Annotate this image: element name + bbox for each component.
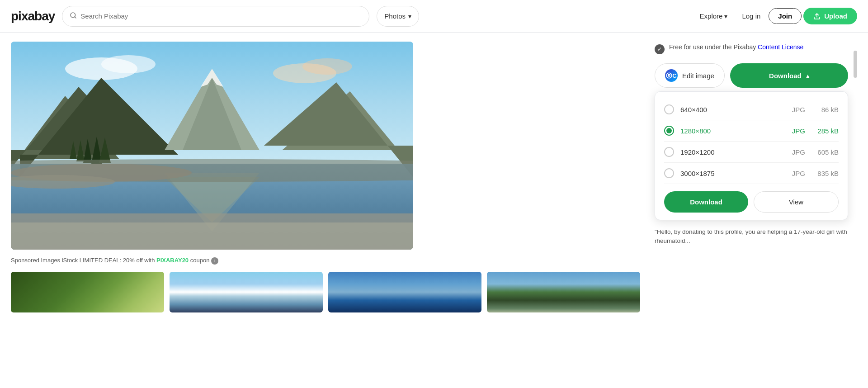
scrollbar-thumb[interactable] bbox=[854, 51, 857, 78]
logo: pixabay bbox=[11, 9, 55, 24]
action-row: C C Edit image Download bbox=[655, 63, 848, 88]
thumbnail-row bbox=[11, 272, 640, 312]
size-label-1920: 1920×1200 bbox=[680, 148, 781, 156]
radio-1920[interactable] bbox=[664, 147, 674, 157]
radio-1280[interactable] bbox=[664, 126, 674, 136]
main-image bbox=[11, 42, 413, 250]
info-icon[interactable]: i bbox=[211, 257, 218, 265]
svg-text:C: C bbox=[668, 74, 670, 77]
edit-button-label: Edit image bbox=[682, 72, 714, 80]
scrollbar-track[interactable] bbox=[854, 42, 857, 246]
upload-icon bbox=[813, 13, 821, 20]
search-icon bbox=[70, 12, 77, 21]
thumbnail-1[interactable] bbox=[11, 272, 164, 312]
svg-rect-26 bbox=[11, 222, 413, 250]
view-button[interactable]: View bbox=[754, 191, 839, 213]
size-label-1280: 1280×800 bbox=[680, 127, 781, 135]
chevron-down-icon bbox=[408, 12, 411, 20]
license-text: Free for use under the Pixabay Content L… bbox=[669, 43, 803, 51]
thumbnail-4[interactable] bbox=[487, 272, 640, 312]
size-option-4[interactable]: 3000×1875 JPG 835 kB bbox=[664, 163, 839, 184]
search-bar bbox=[62, 6, 369, 27]
main-content: Sponsored Images iStock LIMITED DEAL: 20… bbox=[0, 33, 859, 312]
right-panel-inner: ✓ Free for use under the Pixabay Content… bbox=[655, 42, 848, 246]
size-kb-1920: 605 kB bbox=[811, 148, 839, 156]
chevron-down-icon bbox=[724, 12, 727, 20]
thumbnail-2[interactable] bbox=[170, 272, 323, 312]
explore-link[interactable]: Explore bbox=[693, 9, 734, 24]
search-input[interactable] bbox=[80, 12, 362, 20]
download-main-button[interactable]: Download bbox=[730, 63, 848, 88]
size-format-3000: JPG bbox=[787, 170, 805, 177]
size-label-3000: 3000×1875 bbox=[680, 170, 781, 177]
size-format-640: JPG bbox=[787, 106, 805, 114]
license-bar: ✓ Free for use under the Pixabay Content… bbox=[655, 42, 848, 54]
nav-links: Explore Log in Join Upload bbox=[693, 8, 857, 24]
profile-note: "Hello, by donating to this profile, you… bbox=[655, 227, 848, 246]
svg-point-5 bbox=[101, 55, 156, 73]
size-option-2[interactable]: 1280×800 JPG 285 kB bbox=[664, 120, 839, 142]
edit-image-button[interactable]: C C Edit image bbox=[655, 63, 725, 88]
photos-dropdown[interactable]: Photos bbox=[377, 6, 419, 27]
login-link[interactable]: Log in bbox=[736, 9, 767, 24]
radio-640[interactable] bbox=[664, 104, 674, 114]
size-option-3[interactable]: 1920×1200 JPG 605 kB bbox=[664, 142, 839, 163]
right-panel: ✓ Free for use under the Pixabay Content… bbox=[640, 42, 848, 312]
download-button-label: Download bbox=[769, 72, 802, 80]
radio-3000[interactable] bbox=[664, 168, 674, 178]
size-kb-640: 86 kB bbox=[811, 106, 839, 114]
license-link[interactable]: Content License bbox=[758, 43, 803, 51]
chevron-up-icon bbox=[806, 72, 809, 80]
size-label-640: 640×400 bbox=[680, 106, 781, 114]
edit-icon: C C bbox=[665, 69, 678, 82]
coupon-code: PIXABAY20 bbox=[156, 257, 189, 264]
download-dropdown: 640×400 JPG 86 kB 1280×800 JPG 285 kB 19… bbox=[655, 91, 848, 220]
left-content: Sponsored Images iStock LIMITED DEAL: 20… bbox=[11, 42, 640, 312]
size-kb-3000: 835 kB bbox=[811, 170, 839, 177]
header: pixabay Photos Explore Log in Join Uploa… bbox=[0, 0, 868, 33]
sponsored-text: Sponsored Images iStock LIMITED DEAL: 20… bbox=[11, 257, 640, 265]
download-button[interactable]: Download bbox=[664, 191, 748, 213]
size-option-1[interactable]: 640×400 JPG 86 kB bbox=[664, 99, 839, 120]
size-format-1920: JPG bbox=[787, 148, 805, 156]
upload-button[interactable]: Upload bbox=[803, 8, 857, 24]
thumbnail-3[interactable] bbox=[328, 272, 481, 312]
svg-line-1 bbox=[75, 17, 76, 18]
mountain-scene-svg bbox=[11, 42, 413, 250]
svg-point-7 bbox=[302, 58, 352, 75]
download-actions: Download View bbox=[664, 191, 839, 213]
size-format-1280: JPG bbox=[787, 127, 805, 135]
join-button[interactable]: Join bbox=[769, 8, 802, 24]
check-icon: ✓ bbox=[655, 44, 665, 54]
main-image-container bbox=[11, 42, 413, 250]
size-kb-1280: 285 kB bbox=[811, 127, 839, 135]
